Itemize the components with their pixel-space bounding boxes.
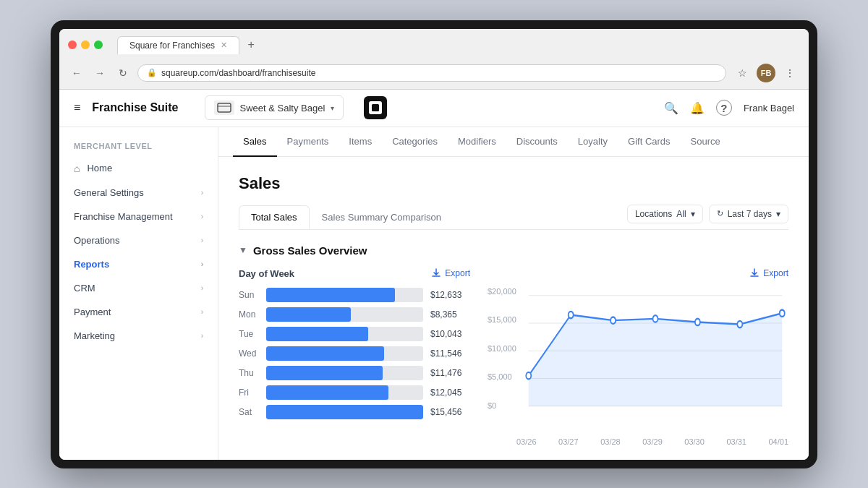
refresh-button[interactable]: ↻ — [114, 64, 132, 82]
maximize-button[interactable] — [94, 40, 103, 49]
tab-categories[interactable]: Categories — [382, 127, 448, 157]
tab-sales[interactable]: Sales — [233, 127, 277, 157]
sidebar-item-franchise-management[interactable]: Franchise Management › — [59, 205, 218, 228]
bar-day-label: Tue — [239, 329, 259, 339]
tab-items[interactable]: Items — [339, 127, 382, 157]
sidebar-label-payment: Payment — [74, 307, 111, 317]
sidebar-item-marketing[interactable]: Marketing › — [59, 324, 218, 348]
line-chart-container: $20,000$15,000$10,000$5,000$0 — [488, 287, 788, 432]
x-axis-label: 04/01 — [768, 437, 788, 446]
x-axis-labels: 03/2603/2703/2803/2903/3003/3104/01 — [488, 435, 788, 446]
url-text: squareup.com/dashboard/franchisesuite — [161, 68, 315, 78]
line-chart-section: Export $20,000$15,000$10,000$5,000$0 03/… — [488, 268, 788, 446]
bar-row-fri: Fri $12,045 — [239, 385, 470, 400]
svg-point-10 — [569, 311, 574, 317]
forward-button[interactable]: → — [91, 64, 109, 82]
main-layout: Merchant Level ⌂ Home General Settings ›… — [59, 127, 809, 460]
sub-tab-total-sales[interactable]: Total Sales — [239, 205, 310, 229]
address-bar[interactable]: 🔒 squareup.com/dashboard/franchisesuite — [137, 64, 726, 82]
svg-rect-3 — [372, 104, 379, 111]
store-icon — [214, 100, 234, 115]
app-topbar: ≡ Franchise Suite Sweet & Salty Bagel ▾ — [59, 90, 809, 127]
bar-track — [266, 346, 423, 361]
bar-fill — [266, 288, 395, 302]
sidebar-item-home[interactable]: ⌂ Home — [59, 156, 218, 181]
sub-tab-controls: Locations All ▾ ↻ Last 7 days ▾ — [627, 205, 788, 229]
active-browser-tab[interactable]: Square for Franchises ✕ — [117, 36, 239, 54]
sidebar-item-reports[interactable]: Reports › — [59, 252, 218, 276]
tab-gift-cards[interactable]: Gift Cards — [618, 127, 681, 157]
sidebar-icon-home: ⌂ — [74, 163, 80, 174]
date-chevron-icon: ▾ — [776, 209, 780, 219]
bar-day-label: Sat — [239, 407, 259, 417]
bar-value: $12,633 — [430, 290, 470, 300]
date-range-filter[interactable]: ↻ Last 7 days ▾ — [709, 205, 788, 223]
content-area: SalesPaymentsItemsCategoriesModifiersDis… — [218, 127, 809, 460]
bar-fill — [266, 405, 423, 419]
section-toggle-icon[interactable]: ▼ — [239, 245, 247, 255]
sidebar-item-operations[interactable]: Operations › — [59, 228, 218, 252]
sidebar-label-marketing: Marketing — [74, 330, 115, 341]
bar-track — [266, 366, 423, 380]
tab-payments[interactable]: Payments — [277, 127, 339, 157]
sidebar-label-crm: CRM — [74, 283, 95, 294]
browser-chrome: Square for Franchises ✕ + ← → ↻ 🔒 square… — [59, 29, 809, 90]
sidebar-item-payment[interactable]: Payment › — [59, 300, 218, 324]
x-axis-label: 03/28 — [600, 437, 621, 446]
app-title: Franchise Suite — [92, 101, 178, 114]
date-range-value: Last 7 days — [728, 209, 772, 219]
store-selector[interactable]: Sweet & Salty Bagel ▾ — [205, 95, 344, 120]
tab-loyalty[interactable]: Loyalty — [568, 127, 618, 157]
browser-user-avatar[interactable]: FB — [757, 64, 775, 82]
x-axis-label: 03/30 — [684, 437, 705, 446]
x-axis-label: 03/31 — [726, 437, 746, 446]
search-icon[interactable]: 🔍 — [664, 101, 678, 115]
bar-chart-export-button[interactable]: Export — [431, 268, 470, 278]
sidebar-arrow-reports: › — [201, 260, 203, 268]
bar-chart-title: Day of Week — [239, 268, 294, 279]
bar-fill — [266, 346, 384, 361]
locations-filter[interactable]: Locations All ▾ — [627, 205, 703, 223]
browser-menu-icon[interactable]: ⋮ — [780, 63, 800, 83]
nav-right-icons: ☆ FB ⋮ — [732, 63, 800, 83]
help-icon[interactable]: ? — [716, 100, 732, 116]
bar-row-sun: Sun $12,633 — [239, 288, 470, 302]
svg-point-15 — [780, 309, 785, 316]
bar-chart-header: Day of Week Export — [239, 268, 470, 279]
bookmark-icon[interactable]: ☆ — [732, 63, 752, 83]
locations-chevron-icon: ▾ — [691, 209, 695, 219]
tab-source[interactable]: Source — [681, 127, 731, 157]
bar-value: $15,456 — [430, 407, 470, 417]
bar-day-label: Wed — [239, 348, 259, 359]
tab-discounts[interactable]: Discounts — [506, 127, 568, 157]
line-chart-export-button[interactable]: Export — [749, 268, 788, 278]
hamburger-icon[interactable]: ≡ — [74, 101, 80, 114]
bar-fill — [266, 307, 351, 322]
tab-close-icon[interactable]: ✕ — [221, 40, 227, 50]
sidebar-item-general-settings[interactable]: General Settings › — [59, 181, 218, 205]
section-header: ▼ Gross Sales Overview — [239, 244, 788, 257]
bar-day-label: Fri — [239, 388, 259, 398]
back-button[interactable]: ← — [68, 64, 85, 82]
sub-tab-sales-summary[interactable]: Sales Summary Comparison — [310, 205, 454, 229]
bar-day-label: Thu — [239, 368, 259, 378]
tabs-bar: SalesPaymentsItemsCategoriesModifiersDis… — [218, 127, 809, 157]
sidebar-item-crm[interactable]: CRM › — [59, 276, 218, 300]
charts-grid: Day of Week Export Sun — [239, 268, 788, 446]
svg-point-12 — [652, 315, 658, 322]
x-axis-label: 03/26 — [516, 437, 537, 446]
sidebar-arrow-franchise-management: › — [201, 213, 203, 221]
download-icon-2 — [749, 268, 760, 278]
bar-row-sat: Sat $15,456 — [239, 405, 470, 419]
tab-modifiers[interactable]: Modifiers — [448, 127, 506, 157]
svg-point-14 — [737, 320, 742, 327]
minimize-button[interactable] — [81, 40, 90, 49]
notifications-icon[interactable]: 🔔 — [690, 101, 705, 115]
close-button[interactable] — [68, 40, 77, 49]
locations-label: Locations — [635, 209, 672, 219]
locations-value: All — [676, 209, 686, 219]
bar-value: $10,043 — [430, 329, 470, 339]
new-tab-button[interactable]: + — [242, 36, 260, 53]
section-title: Gross Sales Overview — [253, 244, 367, 257]
line-chart-export: Export — [488, 268, 788, 278]
